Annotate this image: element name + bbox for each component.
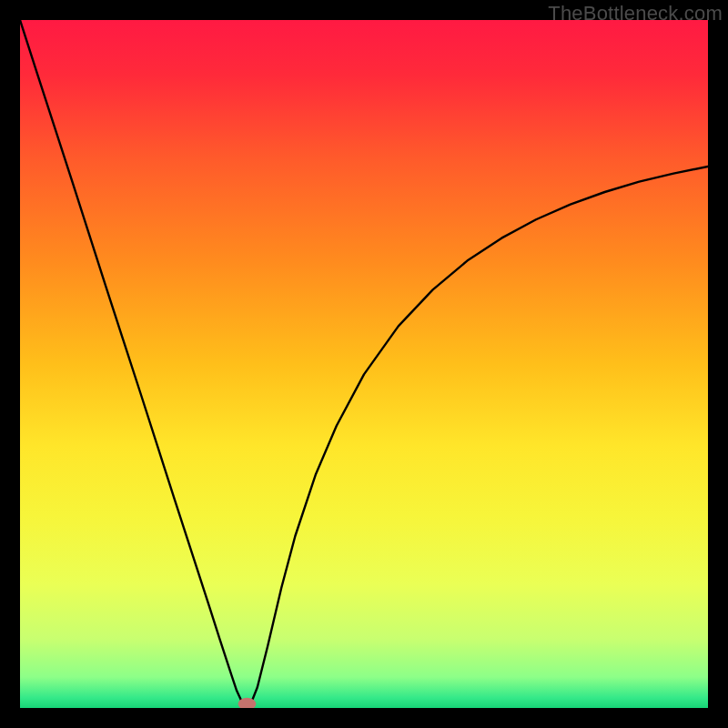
watermark-label: TheBottleneck.com (548, 2, 723, 25)
chart-background (20, 20, 708, 708)
chart-svg (20, 20, 708, 708)
chart-frame (20, 20, 708, 708)
